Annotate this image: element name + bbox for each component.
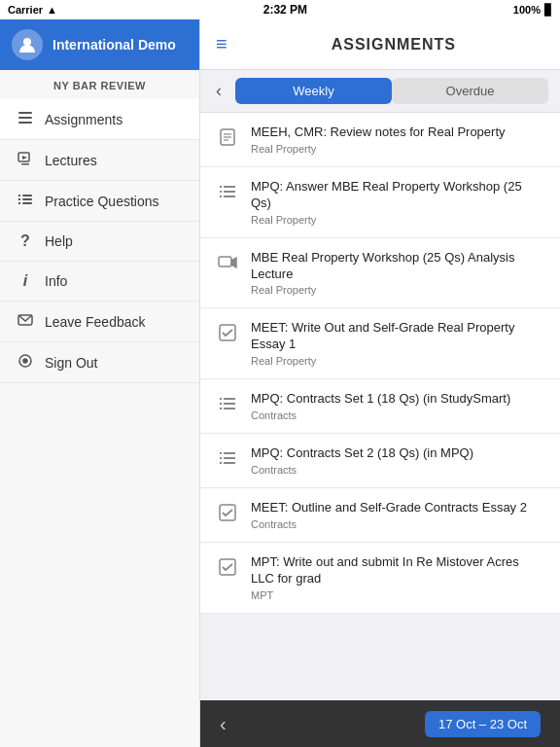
item-category: MPT <box>251 589 544 601</box>
top-bar: ≡ ASSIGNMENTS <box>200 19 560 70</box>
svg-rect-1 <box>18 112 32 114</box>
sidebar-header: International Demo <box>0 19 199 70</box>
item-category: Contracts <box>251 518 544 530</box>
sidebar-label-help: Help <box>45 233 73 249</box>
sidebar-label-info: Info <box>45 273 67 289</box>
svg-rect-8 <box>22 195 32 196</box>
item-content: MEET: Write Out and Self-Grade Real Prop… <box>251 320 544 367</box>
item-icon-check <box>216 321 239 344</box>
svg-rect-30 <box>224 398 235 400</box>
item-title: MBE Real Property Workshop (25 Qs) Analy… <box>251 250 544 283</box>
avatar <box>12 29 43 60</box>
svg-point-15 <box>23 359 27 363</box>
item-content: MBE Real Property Workshop (25 Qs) Analy… <box>251 250 544 297</box>
svg-rect-9 <box>18 198 20 200</box>
item-icon-list <box>216 180 239 203</box>
item-title: MPQ: Answer MBE Real Property Workshop (… <box>251 179 544 212</box>
item-title: MEET: Outline and Self-Grade Contracts E… <box>251 500 544 516</box>
app-container: International Demo NY BAR REVIEW Assignm… <box>0 19 560 747</box>
item-title: MPQ: Contracts Set 2 (18 Qs) (in MPQ) <box>251 445 544 462</box>
help-icon: ? <box>16 232 35 250</box>
item-icon-list <box>216 446 239 470</box>
sidebar: International Demo NY BAR REVIEW Assignm… <box>0 19 200 747</box>
assignments-icon <box>16 110 35 128</box>
svg-rect-39 <box>220 462 222 464</box>
item-category: Contracts <box>251 464 544 476</box>
wifi-icon: ▲ <box>47 4 57 16</box>
list-item[interactable]: MEET: Outline and Self-Grade Contracts E… <box>200 488 560 543</box>
sidebar-item-practice[interactable]: Practice Questions <box>0 181 199 222</box>
svg-point-0 <box>23 38 31 46</box>
list-item[interactable]: MPQ: Contracts Set 2 (18 Qs) (in MPQ) Co… <box>200 434 560 488</box>
sidebar-label-signout: Sign Out <box>45 355 97 371</box>
sidebar-app-title: International Demo <box>52 37 176 53</box>
item-title: MEEH, CMR: Review notes for Real Propert… <box>251 124 544 141</box>
sidebar-label-assignments: Assignments <box>45 112 122 127</box>
list-item[interactable]: MPQ: Contracts Set 1 (18 Qs) (in StudySm… <box>200 379 560 434</box>
sidebar-item-help[interactable]: ? Help <box>0 222 199 262</box>
svg-rect-33 <box>220 408 222 409</box>
item-title: MEET: Write Out and Self-Grade Real Prop… <box>251 320 544 353</box>
sidebar-nav: Assignments Lectures <box>0 99 199 747</box>
item-icon-check <box>216 555 239 579</box>
sidebar-label-lectures: Lectures <box>45 153 97 168</box>
svg-rect-6 <box>21 163 29 165</box>
svg-rect-22 <box>220 191 222 193</box>
item-category: Real Property <box>251 143 544 155</box>
sidebar-item-assignments[interactable]: Assignments <box>0 99 199 140</box>
list-item[interactable]: MBE Real Property Workshop (25 Qs) Analy… <box>200 238 560 309</box>
svg-rect-26 <box>219 257 231 267</box>
item-content: MPT: Write out and submit In Re Mistover… <box>251 554 544 601</box>
battery-label: 100% <box>513 4 541 16</box>
hamburger-button[interactable]: ≡ <box>216 33 228 55</box>
sidebar-item-info[interactable]: i Info <box>0 262 199 302</box>
item-content: MPQ: Contracts Set 2 (18 Qs) (in MPQ) Co… <box>251 445 544 476</box>
tabs-back-button[interactable]: ‹ <box>212 81 226 101</box>
status-bar: Carrier ▲ 2:32 PM 100% ▊ <box>0 0 560 19</box>
svg-rect-2 <box>18 117 32 119</box>
svg-rect-41 <box>220 505 235 520</box>
sidebar-section-title: NY BAR REVIEW <box>0 70 199 99</box>
item-content: MPQ: Answer MBE Real Property Workshop (… <box>251 179 544 226</box>
list-item[interactable]: MPT: Write out and submit In Re Mistover… <box>200 543 560 614</box>
svg-rect-23 <box>224 191 235 193</box>
battery-icon: ▊ <box>544 4 552 17</box>
svg-rect-37 <box>220 457 222 459</box>
item-content: MEET: Outline and Self-Grade Contracts E… <box>251 500 544 530</box>
item-category: Real Property <box>251 355 544 367</box>
svg-rect-35 <box>220 452 222 454</box>
lectures-icon <box>16 151 35 169</box>
svg-rect-29 <box>220 398 222 400</box>
svg-rect-36 <box>224 452 235 454</box>
tabs-row: ‹ Weekly Overdue <box>200 70 560 113</box>
sidebar-label-practice: Practice Questions <box>45 194 159 209</box>
svg-rect-40 <box>224 462 235 464</box>
sidebar-item-feedback[interactable]: Leave Feedback <box>0 302 199 342</box>
svg-rect-42 <box>220 559 235 575</box>
item-category: Contracts <box>251 409 544 421</box>
item-category: Real Property <box>251 214 544 226</box>
tab-overdue[interactable]: Overdue <box>392 78 548 104</box>
status-right: 100% ▊ <box>513 4 552 17</box>
status-left: Carrier ▲ <box>8 4 57 16</box>
list-item[interactable]: MPQ: Answer MBE Real Property Workshop (… <box>200 167 560 238</box>
svg-marker-5 <box>22 156 27 160</box>
list-item[interactable]: MEEH, CMR: Review notes for Real Propert… <box>200 113 560 167</box>
bottom-back-button[interactable]: ‹ <box>220 713 227 735</box>
svg-rect-20 <box>220 186 222 188</box>
item-icon-list <box>216 392 239 415</box>
item-icon-check <box>216 501 239 524</box>
item-category: Real Property <box>251 284 544 296</box>
tab-weekly[interactable]: Weekly <box>235 78 392 104</box>
svg-rect-32 <box>224 403 235 405</box>
assignment-list: MEEH, CMR: Review notes for Real Propert… <box>200 113 560 700</box>
svg-rect-28 <box>220 325 235 340</box>
list-item[interactable]: MEET: Write Out and Self-Grade Real Prop… <box>200 308 560 379</box>
item-icon-book <box>216 125 239 149</box>
svg-rect-31 <box>220 403 222 405</box>
info-icon: i <box>16 272 35 290</box>
sidebar-item-lectures[interactable]: Lectures <box>0 140 199 181</box>
sidebar-label-feedback: Leave Feedback <box>45 314 146 330</box>
sidebar-item-signout[interactable]: Sign Out <box>0 342 199 383</box>
item-title: MPQ: Contracts Set 1 (18 Qs) (in StudySm… <box>251 391 544 408</box>
